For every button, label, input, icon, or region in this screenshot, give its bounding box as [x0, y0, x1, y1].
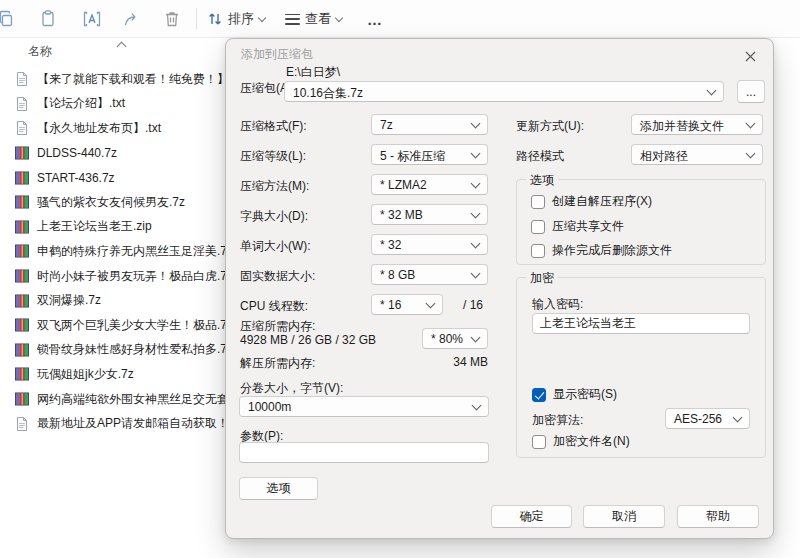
checkbox-icon: [532, 388, 546, 402]
list-item[interactable]: 玩偶姐姐jk少女.7z: [0, 362, 234, 387]
file-name: 上老王论坛当老王.zip: [37, 218, 152, 235]
list-item[interactable]: 申鹤的特殊疗养无内黑丝玉足淫美.7z: [0, 239, 234, 264]
format-value: 7z: [380, 118, 393, 132]
list-item[interactable]: 锁骨纹身妹性感好身材性爱私拍多.7z: [0, 338, 234, 363]
list-item[interactable]: 上老王论坛当老王.zip: [0, 215, 234, 240]
password-input[interactable]: [532, 313, 750, 334]
column-header-name[interactable]: 名称: [0, 40, 232, 62]
close-button[interactable]: [737, 44, 763, 68]
method-combo[interactable]: * LZMA2: [371, 174, 488, 195]
volume-size-label: 分卷大小，字节(V):: [240, 380, 343, 397]
chevron-down-icon: [258, 13, 266, 21]
list-item[interactable]: 双洞爆操.7z: [0, 288, 234, 313]
toolbar-separator: [196, 8, 197, 29]
copy-icon[interactable]: [0, 4, 21, 34]
archive-file-icon: [14, 219, 30, 235]
chevron-down-icon: [426, 298, 436, 308]
paste-icon[interactable]: [33, 4, 63, 34]
method-label: 压缩方法(M):: [240, 178, 309, 195]
encryption-group: 加密 输入密码: 显示密码(S) 加密算法: AES-256 加密文件名(N): [516, 277, 766, 458]
cipher-value: AES-256: [674, 412, 722, 426]
list-item[interactable]: 骚气的紫衣女友伺候男友.7z: [0, 190, 234, 215]
list-item[interactable]: 网约高端纯欲外围女神黑丝足交无套爆操..: [0, 387, 234, 412]
text-file-icon: [14, 120, 30, 136]
shared-files-checkbox[interactable]: 压缩共享文件: [531, 218, 624, 235]
solid-block-combo[interactable]: * 8 GB: [371, 264, 488, 285]
list-item[interactable]: 【永久地址发布页】.txt: [0, 116, 234, 141]
archive-file-icon: [14, 366, 30, 382]
level-combo[interactable]: 5 - 标准压缩: [371, 144, 488, 165]
word-size-value: * 32: [380, 238, 401, 252]
ok-button-label: 确定: [520, 508, 544, 525]
checkbox-icon: [532, 435, 546, 449]
chevron-down-icon: [471, 118, 481, 128]
list-item[interactable]: 【论坛介绍】.txt: [0, 92, 234, 117]
path-mode-combo[interactable]: 相对路径: [631, 144, 763, 165]
parameters-input[interactable]: [239, 442, 489, 463]
list-item[interactable]: 最新地址及APP请发邮箱自动获取！！！...: [0, 411, 234, 436]
archive-name-combo[interactable]: 10.16合集.7z: [284, 81, 724, 102]
view-label: 查看: [305, 10, 331, 28]
decompress-memory-label: 解压所需内存:: [240, 355, 315, 372]
delete-icon[interactable]: [157, 4, 187, 34]
volume-size-combo[interactable]: 10000m: [239, 396, 489, 417]
encrypt-names-checkbox[interactable]: 加密文件名(N): [532, 433, 630, 450]
format-combo[interactable]: 7z: [371, 114, 488, 135]
ok-button[interactable]: 确定: [491, 505, 572, 528]
options-button[interactable]: 选项: [239, 477, 318, 500]
share-icon[interactable]: [117, 4, 147, 34]
list-item[interactable]: 双飞两个巨乳美少女大学生！极品.7z: [0, 313, 234, 338]
options-group-label: 选项: [526, 172, 558, 189]
cipher-combo[interactable]: AES-256: [665, 408, 750, 429]
solid-block-value: * 8 GB: [380, 268, 415, 282]
archive-file-icon: [14, 170, 30, 186]
archive-file-icon: [14, 243, 30, 259]
list-item[interactable]: 【来了就能下载和观看！纯免费！】.txt: [0, 67, 234, 92]
text-file-icon: [14, 416, 30, 432]
archive-name-value: 10.16合集.7z: [293, 85, 363, 102]
explorer-toolbar: 排序 查看 …: [0, 0, 800, 38]
file-name: START-436.7z: [37, 171, 115, 185]
chevron-down-icon: [746, 118, 756, 128]
explorer-window: 排序 查看 … 名称 【来了就能下载和观看！纯免费！】.txt【论坛介绍】.tx…: [0, 0, 800, 558]
help-button[interactable]: 帮助: [677, 505, 759, 528]
file-name: 玩偶姐姐jk少女.7z: [37, 366, 134, 383]
file-name: 双飞两个巨乳美少女大学生！极品.7z: [37, 317, 233, 334]
file-name: 双洞爆操.7z: [37, 292, 101, 309]
checkbox-icon: [531, 195, 545, 209]
memory-percent-combo[interactable]: * 80%: [422, 328, 488, 349]
file-name: 时尚小妹子被男友玩弄！极品白虎.7z: [37, 268, 233, 285]
volume-size-value: 10000m: [248, 400, 291, 414]
sort-button[interactable]: 排序: [203, 4, 269, 34]
more-button[interactable]: …: [360, 4, 390, 34]
rename-icon[interactable]: [77, 4, 107, 34]
list-item[interactable]: START-436.7z: [0, 165, 234, 190]
password-label: 输入密码:: [532, 296, 583, 313]
memory-percent-value: * 80%: [431, 332, 463, 346]
shared-files-checkbox-label: 压缩共享文件: [552, 218, 624, 235]
file-name: 【论坛介绍】.txt: [37, 95, 125, 112]
file-name: 网约高端纯欲外围女神黑丝足交无套爆操..: [37, 391, 234, 408]
word-size-combo[interactable]: * 32: [371, 234, 488, 255]
help-button-label: 帮助: [706, 508, 730, 525]
list-item[interactable]: DLDSS-440.7z: [0, 141, 234, 166]
dictionary-label: 字典大小(D):: [240, 208, 308, 225]
encrypt-names-label: 加密文件名(N): [553, 433, 630, 450]
cancel-button[interactable]: 取消: [583, 505, 665, 528]
cpu-threads-combo[interactable]: * 16: [371, 294, 443, 315]
archive-file-icon: [14, 194, 30, 210]
show-password-checkbox[interactable]: 显示密码(S): [532, 386, 617, 403]
view-lines-icon: [285, 14, 300, 25]
archive-file-icon: [14, 391, 30, 407]
column-name-label: 名称: [28, 43, 52, 60]
cancel-button-label: 取消: [612, 508, 636, 525]
browse-button[interactable]: ...: [737, 80, 765, 103]
chevron-down-icon: [471, 148, 481, 158]
sfx-checkbox[interactable]: 创建自解压程序(X): [531, 193, 652, 210]
delete-after-checkbox[interactable]: 操作完成后删除源文件: [531, 242, 672, 259]
dictionary-combo[interactable]: * 32 MB: [371, 204, 488, 225]
browse-label: ...: [746, 85, 756, 99]
list-item[interactable]: 时尚小妹子被男友玩弄！极品白虎.7z: [0, 264, 234, 289]
view-button[interactable]: 查看: [281, 4, 346, 34]
update-mode-combo[interactable]: 添加并替换文件: [631, 114, 763, 135]
